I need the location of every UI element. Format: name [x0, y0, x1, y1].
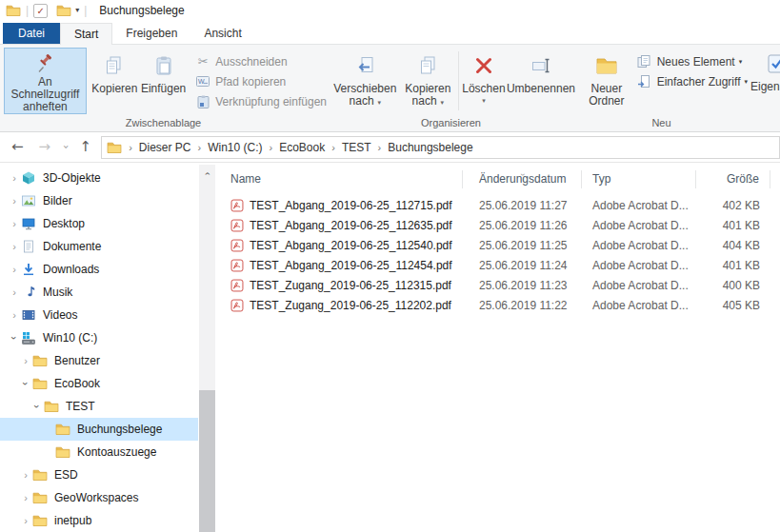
tree-item[interactable]: ›Win10 (C:)	[0, 326, 198, 349]
expander-chevron-icon[interactable]: ›	[19, 355, 32, 366]
back-button-icon[interactable]: ←	[11, 140, 24, 154]
breadcrumb-segment[interactable]: Win10 (C:)	[208, 141, 262, 154]
tree-item[interactable]: Kontoauszuege	[0, 441, 198, 463]
sort-indicator: ›	[463, 165, 581, 184]
tree-item[interactable]: ›3D-Objekte	[0, 167, 198, 189]
file-row[interactable]: TEST_Abgang_2019-06-25_112454.pdf25.06.2…	[217, 255, 780, 275]
tree-item[interactable]: ›ESD	[0, 463, 198, 486]
column-header-änderungsdatum[interactable]: Änderungsdatum›	[463, 170, 582, 188]
column-header-name[interactable]: Name	[217, 170, 463, 188]
expander-chevron-icon[interactable]: ›	[19, 492, 32, 503]
file-row[interactable]: TEST_Abgang_2019-06-25_112635.pdf25.06.2…	[217, 215, 780, 235]
tree-item[interactable]: ›Musik	[0, 281, 198, 304]
downloads-icon	[21, 262, 36, 277]
properties-icon	[767, 48, 780, 80]
column-header-größe[interactable]: Größe	[696, 170, 770, 188]
expander-chevron-icon[interactable]: ›	[8, 218, 21, 229]
scroll-up-arrow-icon[interactable]: ›	[202, 166, 212, 182]
scrollbar-thumb[interactable]	[199, 390, 215, 532]
file-row[interactable]: TEST_Zugang_2019-06-25_112202.pdf25.06.2…	[217, 295, 780, 315]
expander-chevron-icon[interactable]: ›	[8, 286, 21, 298]
folder-icon	[32, 376, 48, 391]
tree-item[interactable]: ›Desktop	[0, 212, 198, 235]
tree-item-label: GeoWorkspaces	[54, 491, 138, 504]
up-button-icon[interactable]: ↑	[80, 140, 92, 154]
copy-to-button[interactable]: Kopieren nach▾	[398, 48, 458, 113]
expander-chevron-icon[interactable]: ›	[8, 172, 21, 184]
file-type: Adobe Acrobat D...	[582, 279, 696, 292]
customize-qat-dropdown-icon[interactable]: ▾	[75, 7, 79, 14]
tree-item[interactable]: Buchungsbelege	[0, 418, 198, 441]
tree-item[interactable]: ›Downloads	[0, 258, 198, 281]
copy-button[interactable]: Kopieren	[90, 48, 139, 113]
desktop-icon	[21, 216, 36, 231]
properties-label-partial[interactable]: Eigen	[750, 80, 780, 93]
expander-chevron-icon[interactable]: ›	[20, 377, 31, 390]
file-size: 401 KB	[696, 219, 770, 232]
delete-button[interactable]: Löschen ▾	[461, 48, 507, 113]
breadcrumb-segment[interactable]: TEST	[342, 141, 371, 154]
copy-path-button[interactable]: W Pfad kopieren	[195, 71, 327, 91]
breadcrumb-segment[interactable]: Buchungsbelege	[388, 141, 472, 154]
tab-start[interactable]: Start	[60, 23, 112, 45]
paste-button[interactable]: Einfügen	[139, 48, 188, 113]
file-size: 402 KB	[696, 199, 770, 212]
paste-shortcut-button[interactable]: Verknüpfung einfügen	[195, 91, 327, 111]
tree-item[interactable]: ›EcoBook	[0, 372, 198, 395]
recent-locations-chevron-icon[interactable]: ›	[59, 145, 73, 148]
file-type: Adobe Acrobat D...	[582, 299, 696, 312]
confirm-check-icon[interactable]: ✓	[33, 4, 48, 18]
drive-icon	[21, 330, 36, 345]
tree-item[interactable]: ›Benutzer	[0, 349, 198, 372]
delete-label: Löschen	[462, 83, 505, 95]
new-folder-button[interactable]: Neuer Ordner	[581, 48, 632, 113]
tree-scrollbar[interactable]: ›	[199, 165, 215, 532]
cut-button[interactable]: ✂ Ausschneiden	[195, 51, 327, 71]
easy-access-button[interactable]: Einfacher Zugriff ▾	[636, 71, 748, 91]
copy-to-label-line2: nach	[412, 94, 437, 108]
rename-button[interactable]: Umbenennen	[507, 48, 575, 113]
breadcrumb-chevron-icon[interactable]: ›	[129, 142, 132, 153]
breadcrumb-chevron-icon[interactable]: ›	[378, 142, 382, 153]
expander-chevron-icon[interactable]: ›	[8, 195, 21, 207]
tab-ansicht[interactable]: Ansicht	[190, 23, 254, 44]
expander-chevron-icon[interactable]: ›	[19, 515, 32, 526]
copy-to-label-line1: Kopieren	[405, 82, 450, 95]
tree-item[interactable]: ›Videos	[0, 304, 198, 326]
file-row[interactable]: TEST_Abgang_2019-06-25_112540.pdf25.06.2…	[217, 235, 780, 255]
expander-chevron-icon[interactable]: ›	[8, 241, 21, 252]
pin-to-quick-access-button[interactable]: An Schnellzugriff anheften	[4, 48, 87, 114]
tab-datei[interactable]: Datei	[3, 23, 60, 44]
tree-item[interactable]: ›Dokumente	[0, 235, 198, 258]
new-item-icon	[636, 54, 653, 69]
column-header-typ[interactable]: Typ	[582, 170, 696, 188]
breadcrumb-segment[interactable]: EcoBook	[279, 141, 325, 154]
file-date: 25.06.2019 11:23	[463, 279, 582, 292]
breadcrumb-chevron-icon[interactable]: ›	[270, 142, 273, 153]
tree-item[interactable]: ›GeoWorkspaces	[0, 486, 198, 509]
expander-chevron-icon[interactable]: ›	[8, 264, 21, 275]
tree-item[interactable]: ›Bilder	[0, 189, 198, 212]
forward-button-icon[interactable]: →	[39, 140, 51, 154]
tree-item-label: TEST	[66, 400, 95, 413]
tree-item[interactable]: ›TEST	[0, 395, 198, 418]
file-rows: TEST_Abgang_2019-06-25_112715.pdf25.06.2…	[217, 195, 780, 315]
file-row[interactable]: TEST_Abgang_2019-06-25_112715.pdf25.06.2…	[217, 195, 780, 215]
expander-chevron-icon[interactable]: ›	[19, 469, 32, 481]
expander-chevron-icon[interactable]: ›	[8, 309, 21, 321]
file-type: Adobe Acrobat D...	[582, 259, 696, 272]
move-to-button[interactable]: Verschieben nach▾	[332, 48, 398, 113]
tab-freigeben[interactable]: Freigeben	[112, 23, 190, 44]
pin-icon	[33, 50, 56, 74]
tree-item-label: EcoBook	[54, 377, 100, 390]
breadcrumb-chevron-icon[interactable]: ›	[198, 142, 202, 153]
tree-item[interactable]: ›inetpub	[0, 509, 198, 532]
breadcrumb-segment[interactable]: Dieser PC	[139, 141, 191, 154]
breadcrumb-chevron-icon[interactable]: ›	[331, 142, 335, 153]
expander-chevron-icon[interactable]: ›	[31, 400, 43, 413]
file-row[interactable]: TEST_Zugang_2019-06-25_112315.pdf25.06.2…	[217, 275, 780, 295]
new-item-button[interactable]: Neues Element ▾	[636, 51, 748, 71]
expander-chevron-icon[interactable]: ›	[9, 331, 20, 345]
address-box[interactable]: ›Dieser PC›Win10 (C:)›EcoBook›TEST›Buchu…	[101, 136, 780, 159]
new-folder-qat-icon[interactable]	[56, 3, 71, 18]
